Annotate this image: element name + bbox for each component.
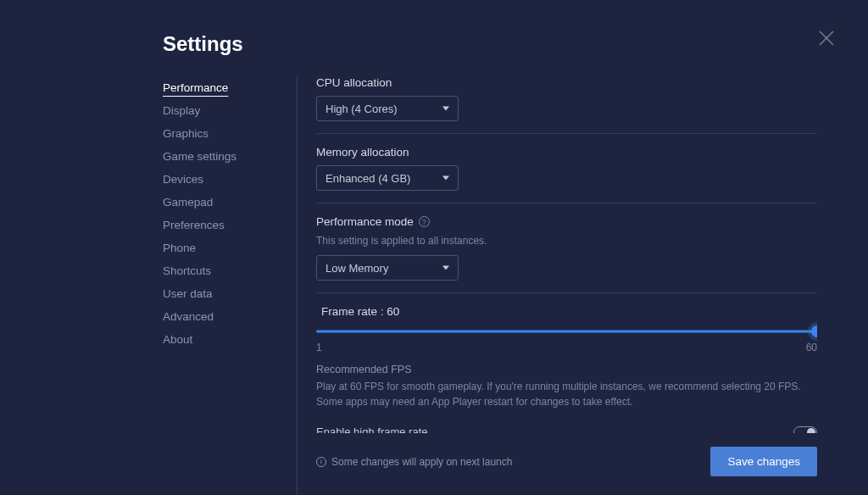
memory-allocation-select[interactable]: Enhanced (4 GB): [316, 165, 459, 191]
sidebar-item-gamepad[interactable]: Gamepad: [163, 191, 280, 214]
memory-allocation-label: Memory allocation: [316, 146, 817, 159]
recommended-fps-title: Recommended FPS: [316, 364, 817, 375]
enable-high-frame-rate-toggle[interactable]: [793, 426, 817, 434]
sidebar-item-devices[interactable]: Devices: [163, 168, 280, 191]
frame-rate-min: 1: [316, 342, 322, 353]
chevron-down-icon: [442, 264, 449, 271]
sidebar-item-game-settings[interactable]: Game settings: [163, 145, 280, 168]
sidebar-item-about[interactable]: About: [163, 328, 280, 351]
slider-thumb[interactable]: [811, 325, 817, 337]
sidebar: Performance Display Graphics Game settin…: [163, 76, 297, 495]
svg-marker-3: [442, 176, 449, 181]
performance-mode-subtext: This setting is applied to all instances…: [316, 235, 817, 247]
frame-rate-max: 60: [806, 342, 817, 353]
slider-track: [316, 331, 817, 333]
cpu-allocation-value: High (4 Cores): [326, 103, 398, 115]
enable-high-frame-rate-label: Enable high frame rate: [316, 425, 428, 433]
svg-marker-2: [442, 107, 449, 111]
recommended-fps-body: Play at 60 FPS for smooth gameplay. If y…: [316, 379, 817, 409]
chevron-down-icon: [442, 175, 449, 181]
sidebar-item-display[interactable]: Display: [163, 99, 280, 122]
cpu-allocation-select[interactable]: High (4 Cores): [316, 96, 459, 121]
divider: [316, 203, 817, 203]
performance-mode-label: Performance mode: [316, 215, 414, 228]
frame-rate-label: Frame rate : 60: [316, 305, 817, 318]
sidebar-item-graphics[interactable]: Graphics: [163, 122, 280, 145]
footer-note: Some changes will apply on next launch: [331, 456, 512, 468]
chevron-down-icon: [442, 105, 449, 112]
toggle-knob: [807, 428, 815, 434]
performance-mode-value: Low Memory: [326, 262, 388, 275]
memory-allocation-value: Enhanced (4 GB): [326, 172, 410, 185]
svg-marker-4: [442, 266, 449, 270]
close-button[interactable]: [819, 31, 834, 46]
divider: [316, 292, 817, 293]
help-icon[interactable]: ?: [419, 216, 430, 227]
cpu-allocation-label: CPU allocation: [316, 76, 817, 89]
sidebar-item-user-data[interactable]: User data: [163, 282, 280, 305]
save-changes-button[interactable]: Save changes: [710, 447, 817, 476]
close-icon: [819, 31, 834, 46]
sidebar-item-advanced[interactable]: Advanced: [163, 305, 280, 328]
divider: [316, 133, 817, 134]
sidebar-item-preferences[interactable]: Preferences: [163, 214, 280, 236]
frame-rate-slider[interactable]: [316, 325, 817, 338]
sidebar-item-performance[interactable]: Performance: [163, 76, 280, 99]
performance-mode-select[interactable]: Low Memory: [316, 255, 459, 281]
info-icon: i: [316, 457, 326, 467]
vertical-divider: [297, 76, 298, 495]
page-title: Settings: [163, 32, 834, 56]
sidebar-item-phone[interactable]: Phone: [163, 236, 280, 259]
sidebar-item-shortcuts[interactable]: Shortcuts: [163, 259, 280, 282]
